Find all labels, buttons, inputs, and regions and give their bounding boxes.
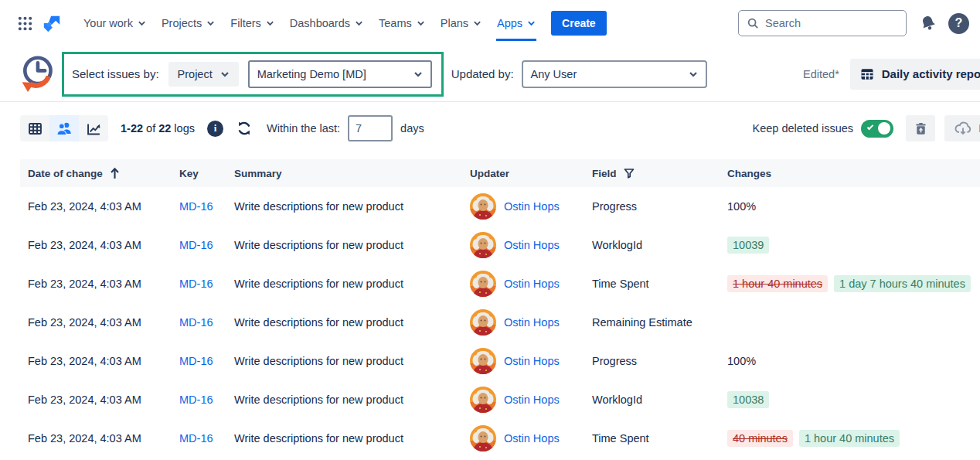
sort-ascending-icon[interactable] bbox=[109, 167, 121, 179]
issue-source-mode-select[interactable]: Project bbox=[168, 62, 239, 87]
summary-cell: Write descriptions for new product bbox=[234, 355, 470, 367]
new-value-chip: 10039 bbox=[727, 237, 769, 254]
table-icon bbox=[859, 66, 875, 82]
cloud-export-icon bbox=[954, 119, 972, 138]
issue-key-link[interactable]: MD-16 bbox=[179, 200, 234, 213]
updater-link[interactable]: Ostin Hops bbox=[504, 316, 560, 329]
field-cell: WorklogId bbox=[592, 394, 727, 406]
avatar bbox=[470, 348, 496, 374]
export-button[interactable]: Export bbox=[944, 115, 980, 141]
header-key: Key bbox=[179, 168, 234, 179]
summary-cell: Write descriptions for new product bbox=[234, 432, 470, 445]
create-button[interactable]: Create bbox=[551, 11, 607, 36]
chevron-down-icon bbox=[220, 71, 230, 77]
help-icon[interactable]: ? bbox=[948, 13, 969, 34]
nav-item-label: Projects bbox=[162, 17, 202, 29]
jira-logo-icon[interactable] bbox=[42, 13, 62, 33]
new-value-chip: 1 day 7 hours 40 minutes bbox=[834, 275, 971, 292]
issue-key-link[interactable]: MD-16 bbox=[179, 394, 234, 406]
table-row: Feb 23, 2024, 4:03 AMMD-16Write descript… bbox=[20, 380, 980, 419]
view-switcher bbox=[20, 115, 108, 141]
table-row: Feb 23, 2024, 4:03 AMMD-16Write descript… bbox=[20, 226, 980, 264]
issue-key-link[interactable]: MD-16 bbox=[179, 355, 234, 367]
nav-item-label: Plans bbox=[441, 17, 468, 29]
issue-key-link[interactable]: MD-16 bbox=[179, 278, 234, 290]
search-box[interactable] bbox=[738, 10, 907, 36]
chevron-down-icon bbox=[355, 20, 363, 26]
updater-cell: Ostin Hops bbox=[470, 348, 592, 374]
check-icon bbox=[867, 123, 873, 129]
updated-by-select[interactable]: Any User bbox=[522, 60, 707, 88]
table-body: Feb 23, 2024, 4:03 AMMD-16Write descript… bbox=[20, 187, 980, 458]
delete-logs-button[interactable] bbox=[906, 115, 935, 141]
updater-link[interactable]: Ostin Hops bbox=[504, 278, 560, 290]
date-of-change-cell: Feb 23, 2024, 4:03 AM bbox=[28, 355, 179, 367]
logs-toolbar: 1-22 of 22 logs i Within the last: days … bbox=[0, 108, 980, 148]
search-input[interactable] bbox=[765, 17, 898, 29]
info-icon[interactable]: i bbox=[207, 121, 223, 137]
days-label: days bbox=[400, 122, 424, 135]
updater-link[interactable]: Ostin Hops bbox=[504, 432, 560, 445]
updater-cell: Ostin Hops bbox=[470, 309, 592, 336]
issue-key-link[interactable]: MD-16 bbox=[179, 316, 234, 329]
old-value-chip: 40 minutes bbox=[727, 430, 793, 447]
nav-item-apps[interactable]: Apps bbox=[489, 11, 543, 36]
date-of-change-cell: Feb 23, 2024, 4:03 AM bbox=[28, 200, 179, 213]
edited-status-label: Edited* bbox=[803, 68, 839, 80]
changes-cell: 1 hour 40 minutes1 day 7 hours 40 minute… bbox=[727, 275, 980, 292]
header-summary: Summary bbox=[234, 168, 470, 179]
avatar bbox=[470, 425, 496, 451]
updater-cell: Ostin Hops bbox=[470, 232, 592, 258]
nav-item-filters[interactable]: Filters bbox=[223, 11, 281, 36]
selected-user-value: Any User bbox=[531, 68, 577, 80]
issue-key-link[interactable]: MD-16 bbox=[179, 239, 234, 251]
keep-deleted-toggle[interactable] bbox=[861, 120, 893, 138]
project-select[interactable]: Marketing Demo [MD] bbox=[248, 60, 432, 88]
activity-log-table: Date of change Key Summary Updater Field… bbox=[20, 159, 980, 458]
updater-link[interactable]: Ostin Hops bbox=[504, 394, 560, 406]
select-issues-by-label: Select issues by: bbox=[72, 67, 159, 80]
header-field: Field bbox=[592, 167, 727, 179]
chevron-down-icon bbox=[266, 20, 274, 26]
changes-cell: 10039 bbox=[727, 237, 980, 254]
days-input[interactable] bbox=[348, 115, 393, 141]
refresh-icon[interactable] bbox=[236, 120, 253, 137]
logs-count: 1-22 of 22 logs bbox=[121, 122, 195, 135]
nav-item-dashboards[interactable]: Dashboards bbox=[282, 11, 371, 36]
nav-item-plans[interactable]: Plans bbox=[433, 11, 489, 36]
field-cell: Remaining Estimate bbox=[592, 316, 727, 329]
report-selector-button[interactable]: Daily activity report bbox=[850, 59, 980, 90]
activity-timeline-logo-icon bbox=[19, 53, 56, 95]
date-of-change-cell: Feb 23, 2024, 4:03 AM bbox=[28, 394, 179, 406]
nav-item-teams[interactable]: Teams bbox=[371, 11, 433, 36]
nav-item-label: Teams bbox=[379, 17, 412, 29]
new-value-chip: 10038 bbox=[727, 391, 769, 408]
updater-link[interactable]: Ostin Hops bbox=[504, 355, 560, 367]
search-icon bbox=[747, 17, 759, 29]
header-date-of-change[interactable]: Date of change bbox=[28, 167, 179, 179]
people-view-button[interactable] bbox=[49, 115, 79, 141]
header-changes: Changes bbox=[727, 168, 980, 179]
logs-total: 22 bbox=[158, 122, 171, 135]
summary-cell: Write descriptions for new product bbox=[234, 278, 470, 290]
grid-view-icon bbox=[27, 121, 43, 137]
issue-key-link[interactable]: MD-16 bbox=[179, 432, 234, 445]
updated-by-label: Updated by: bbox=[451, 67, 514, 80]
changes-cell: 10038 bbox=[727, 391, 980, 408]
nav-item-projects[interactable]: Projects bbox=[154, 11, 223, 36]
toggle-knob bbox=[878, 122, 890, 135]
app-window: Your work Projects Filters Dashboards Te… bbox=[0, 0, 980, 460]
table-view-button[interactable] bbox=[20, 115, 49, 141]
updater-link[interactable]: Ostin Hops bbox=[504, 200, 560, 213]
toolbar-right-group: Keep deleted issues Export bbox=[752, 115, 980, 141]
avatar bbox=[470, 193, 496, 220]
nav-item-label: Apps bbox=[497, 17, 522, 29]
notifications-icon[interactable] bbox=[919, 14, 937, 32]
new-value-chip: 1 hour 40 minutes bbox=[799, 430, 900, 447]
app-switcher-button[interactable] bbox=[12, 11, 37, 36]
updater-link[interactable]: Ostin Hops bbox=[504, 239, 560, 251]
filter-funnel-icon[interactable] bbox=[623, 167, 635, 179]
nav-item-your-work[interactable]: Your work bbox=[76, 11, 154, 36]
changes-cell: 100% bbox=[727, 355, 980, 367]
chart-view-button[interactable] bbox=[79, 115, 108, 141]
